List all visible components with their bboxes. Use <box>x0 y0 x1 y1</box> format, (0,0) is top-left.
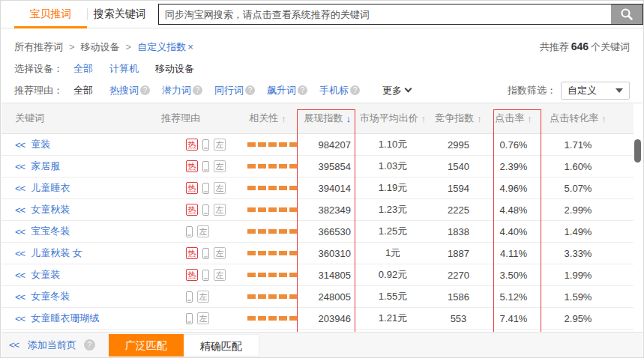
keyword-link[interactable]: 儿童秋装 女 <box>31 246 82 260</box>
tab-product-keywords[interactable]: 宝贝推词 <box>14 1 87 28</box>
breadcrumb-item[interactable]: 移动设备 <box>81 41 120 52</box>
exact-match-button[interactable]: 精确匹配 <box>184 334 259 357</box>
cvr-value: 1.71% <box>541 139 616 151</box>
relevance-bar <box>247 186 298 190</box>
keyword-link[interactable]: 儿童睡衣 <box>31 181 70 195</box>
impression-value: 366530 <box>301 226 355 237</box>
cvr-value: 1.99% <box>541 270 616 281</box>
badge-group: 热左 <box>186 182 226 194</box>
badge-group: 热左 <box>186 204 226 216</box>
relevance-segment <box>258 229 266 234</box>
add-keyword-arrows[interactable]: << <box>15 183 25 194</box>
cvr-value: 2.99% <box>541 204 616 216</box>
scrollbar-track[interactable] <box>634 103 643 333</box>
column-header-ctr[interactable]: 点击率↑ <box>487 112 541 125</box>
table-body: << 童装 热左 984207 1.10元 2995 0.76% 1.71% <… <box>1 134 643 330</box>
reason-filter-row: 推荐理由： 全部 热搜词?潜力词?同行词?飙升词?手机标? 更多 指数筛选： 自… <box>14 79 630 101</box>
relevance-cell <box>234 186 301 190</box>
breadcrumb-item[interactable]: 自定义指数 <box>137 41 186 52</box>
relevance-segment <box>268 273 277 277</box>
keyword-link[interactable]: 宝宝冬装 <box>31 225 70 238</box>
dropdown-arrow-icon <box>616 88 623 93</box>
reason-option[interactable]: 飙升词 <box>267 85 296 96</box>
keyword-table: 关键词 推荐理由 相关性↑ 展现指数↓ 市场平均出价↑ 竞争指数↑ 点击率↑ 点… <box>1 103 643 330</box>
relevance-bar <box>247 207 298 212</box>
device-option[interactable]: 移动设备 <box>155 63 194 74</box>
competition-value: 2995 <box>430 139 487 151</box>
add-keyword-arrows[interactable]: << <box>15 291 25 303</box>
reason-options: 热搜词?潜力词?同行词?飙升词?手机标? <box>109 84 372 97</box>
keyword-cell: << 宝宝冬装 <box>1 225 154 238</box>
phone-icon <box>202 183 209 194</box>
keyword-link[interactable]: 女童睡衣珊瑚绒 <box>31 312 99 325</box>
index-filter-select[interactable]: 自定义 <box>561 82 630 100</box>
relevance-segment <box>247 186 256 190</box>
reason-option[interactable]: 潜力词 <box>162 85 191 96</box>
column-header-competition[interactable]: 竞争指数↑ <box>430 112 487 125</box>
help-icon[interactable]: ? <box>84 339 95 351</box>
footer-bar: << 添加当前页 ? 广泛匹配 精确匹配 <box>1 332 643 357</box>
reason-option[interactable]: 热搜词 <box>109 85 139 96</box>
keyword-link[interactable]: 女童冬装 <box>31 290 70 303</box>
search-button[interactable] <box>611 4 643 24</box>
reason-filter-label: 推荐理由： <box>14 84 63 97</box>
add-keyword-arrows[interactable]: << <box>15 161 25 172</box>
reason-cell: 热左 <box>154 139 234 151</box>
broad-match-button[interactable]: 广泛匹配 <box>109 334 184 357</box>
reason-option[interactable]: 手机标 <box>319 85 349 96</box>
relevance-segment <box>279 142 287 147</box>
ctr-value: 4.40% <box>487 226 541 237</box>
relevance-segment <box>258 142 266 147</box>
total-count: 646 <box>571 40 589 52</box>
add-keyword-arrows[interactable]: << <box>15 204 25 216</box>
keyword-link[interactable]: 童装 <box>31 138 50 151</box>
relevance-cell <box>234 316 301 321</box>
help-icon[interactable]: ? <box>298 85 307 95</box>
reason-option[interactable]: 同行词 <box>214 85 244 96</box>
relevance-segment <box>258 294 266 299</box>
device-option[interactable]: 全部 <box>73 63 93 74</box>
add-keyword-arrows[interactable]: << <box>15 248 25 259</box>
add-keyword-arrows[interactable]: << <box>15 226 25 237</box>
close-icon[interactable]: × <box>187 41 193 52</box>
breadcrumb-item[interactable]: 所有推荐词 <box>14 41 63 52</box>
relevance-segment <box>289 273 298 277</box>
column-header-impression[interactable]: 展现指数↓ <box>301 112 355 125</box>
scrollbar-thumb[interactable] <box>634 139 641 163</box>
add-current-page-link[interactable]: << 添加当前页 <box>9 339 76 352</box>
keyword-search-input[interactable] <box>159 4 611 24</box>
filter-panel: 所有推荐词>移动设备>自定义指数× 共推荐646个关键词 选择设备： 全部计算机… <box>1 28 643 106</box>
add-keyword-arrows[interactable]: << <box>15 313 25 324</box>
breadcrumb-row: 所有推荐词>移动设备>自定义指数× 共推荐646个关键词 <box>14 36 630 58</box>
help-icon[interactable]: ? <box>350 85 360 95</box>
relevance-segment <box>279 186 287 190</box>
add-keyword-arrows[interactable]: << <box>15 139 25 151</box>
relevance-segment <box>247 207 256 212</box>
column-header-relevance[interactable]: 相关性↑ <box>234 112 301 125</box>
hot-badge: 热 <box>186 139 198 151</box>
reason-option-all[interactable]: 全部 <box>73 84 93 97</box>
relevance-segment <box>289 294 298 299</box>
add-keyword-arrows[interactable]: << <box>15 270 25 281</box>
tab-search-keywords[interactable]: 搜索关键词 <box>88 1 152 28</box>
column-header-cvr[interactable]: 点击转化率↑ <box>541 112 616 125</box>
help-icon[interactable]: ? <box>245 85 255 95</box>
keyword-link[interactable]: 家居服 <box>31 160 60 173</box>
more-button[interactable]: 更多 <box>382 84 411 97</box>
keyword-link[interactable]: 女童装 <box>31 268 60 282</box>
column-header-avg-price[interactable]: 市场平均出价↑ <box>355 112 430 125</box>
keyword-link[interactable]: 女童秋装 <box>31 203 70 216</box>
left-badge: 左 <box>214 182 226 194</box>
device-option[interactable]: 计算机 <box>109 63 139 74</box>
competition-value: 1586 <box>430 291 487 303</box>
badge-group: 热左 <box>186 247 226 259</box>
help-icon[interactable]: ? <box>193 85 202 95</box>
table-row: << 女童秋装 热左 382349 1.23元 2225 4.48% 2.99% <box>1 199 643 221</box>
ctr-value: 4.11% <box>487 248 541 259</box>
help-icon[interactable]: ? <box>140 85 150 95</box>
hot-badge: 热 <box>186 204 198 216</box>
keyword-cell: << 家居服 <box>1 160 154 173</box>
impression-value: 382349 <box>301 204 355 216</box>
competition-value: 1838 <box>430 226 487 237</box>
relevance-segment <box>279 164 287 169</box>
